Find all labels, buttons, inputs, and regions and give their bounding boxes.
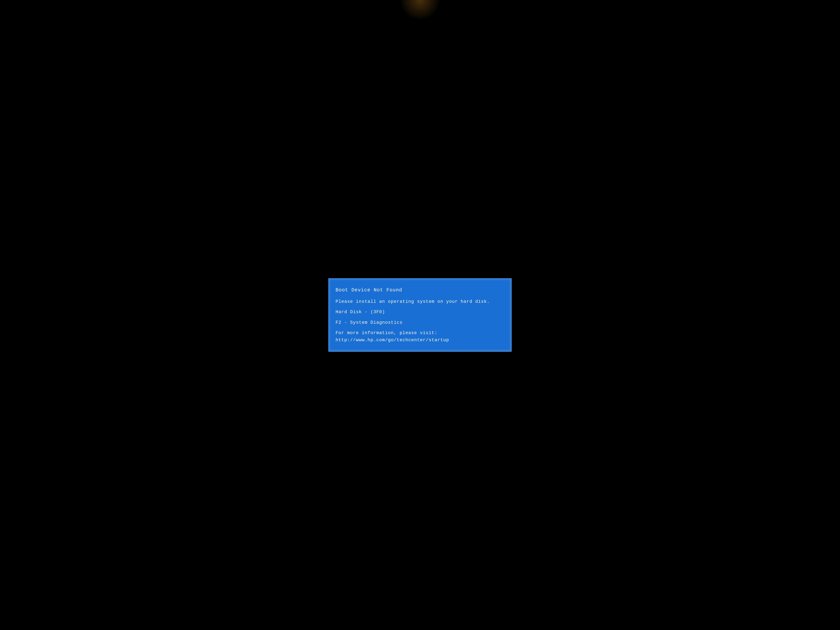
more-info-label: For more information, please visit: <box>336 330 504 336</box>
support-url: http://www.hp.com/go/techcenter/startup <box>336 336 504 344</box>
diagnostics-key: F2 - System Diagnostics <box>336 319 504 326</box>
ambient-glow <box>399 0 441 21</box>
error-dialog: Boot Device Not Found Please install an … <box>328 278 512 352</box>
screen-container: Boot Device Not Found Please install an … <box>328 278 512 352</box>
install-message: Please install an operating system on yo… <box>336 298 504 305</box>
hard-disk-code: Hard Disk - (3F0) <box>336 308 504 316</box>
error-title: Boot Device Not Found <box>336 286 504 294</box>
